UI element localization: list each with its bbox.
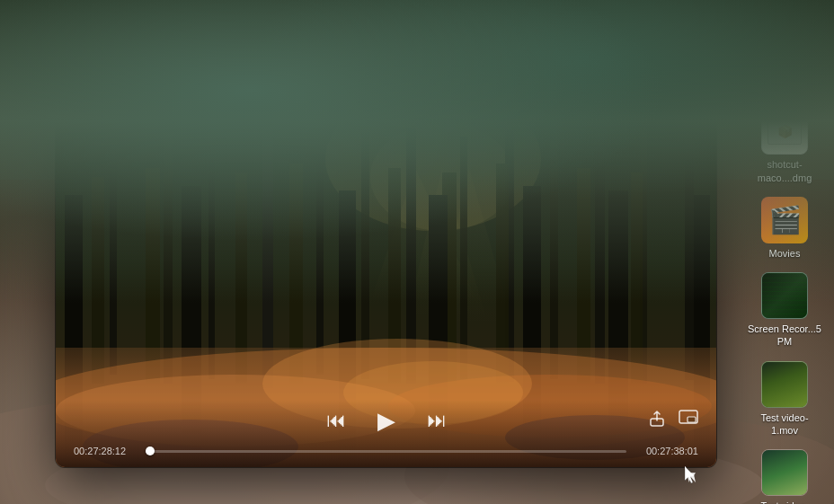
video-area[interactable]: ⏮ ▶ ⏭ [56, 123, 716, 467]
movies-icon-inner: 🎬 [768, 204, 802, 235]
svg-rect-22 [685, 139, 694, 380]
total-time: 00:27:38:01 [635, 446, 698, 456]
rewind-button[interactable]: ⏮ [320, 404, 352, 437]
svg-marker-7 [370, 168, 478, 303]
progress-thumb [146, 447, 155, 455]
fullscreen-button[interactable] [679, 410, 698, 432]
right-controls [648, 410, 698, 432]
svg-rect-17 [460, 137, 467, 379]
progress-row: 00:27:28:12 00:27:38:01 [74, 446, 698, 456]
shotcut-label: shotcut- maco....dmg [748, 158, 821, 184]
window-title: 🎬 Test video-1.mov [332, 102, 439, 116]
test-video1-inner [762, 362, 807, 407]
svg-rect-49 [688, 417, 696, 422]
test-video1-label: Test video-1.mov [748, 411, 821, 438]
transport-controls: ⏮ ▶ ⏭ [74, 404, 698, 437]
screenshots-icon [761, 32, 808, 79]
current-time: 00:27:28:12 [74, 446, 137, 456]
progress-bar[interactable] [146, 450, 626, 453]
movies-icon: 🎬 [761, 197, 808, 243]
desktop-icon-screenshots[interactable]: Screen Shots [744, 29, 825, 99]
test-video2-thumb [761, 449, 808, 496]
desktop-sidebar: ▼ Screen Shots 📦 shotcut- maco....dmg 🎬 … [735, 0, 834, 504]
maximize-button[interactable] [104, 103, 116, 115]
minimize-button[interactable] [85, 103, 97, 115]
traffic-lights [67, 103, 116, 115]
svg-marker-8 [406, 168, 487, 321]
desktop-icon-movies[interactable]: 🎬 Movies [744, 193, 825, 263]
svg-rect-19 [550, 141, 558, 379]
movies-label: Movies [769, 247, 801, 260]
svg-rect-3 [0, 0, 834, 180]
desktop: 🎬 Test video-1.mov [0, 0, 834, 504]
play-button[interactable]: ▶ [370, 404, 403, 437]
svg-rect-10 [110, 141, 117, 375]
svg-rect-11 [164, 132, 173, 384]
controls-overlay: ⏮ ▶ ⏭ [56, 400, 716, 467]
quicktime-window: 🎬 Test video-1.mov [56, 94, 716, 467]
share-button[interactable] [648, 410, 666, 432]
file-icon: 🎬 [332, 102, 346, 116]
shotcut-icon: 📦 [761, 108, 808, 155]
svg-rect-20 [595, 134, 605, 384]
screenshots-icon-inner [768, 43, 801, 68]
svg-point-6 [370, 123, 514, 231]
svg-rect-12 [208, 137, 215, 379]
desktop-icon-shotcut[interactable]: 📦 shotcut- maco....dmg [744, 104, 825, 188]
title-text: Test video-1.mov [351, 102, 439, 116]
screen-recording-inner [762, 273, 807, 318]
svg-rect-14 [316, 141, 324, 375]
screen-recording-thumb [761, 272, 808, 319]
screen-recording-label: Screen Recor...5 PM [748, 323, 821, 349]
desktop-icon-test-video1[interactable]: Test video-1.mov [744, 358, 825, 441]
scroll-down-arrow[interactable]: ▼ [773, 7, 796, 20]
svg-point-5 [325, 123, 541, 231]
test-video2-inner [762, 450, 807, 495]
test-video1-thumb [761, 361, 808, 408]
shotcut-icon-inner: 📦 [767, 118, 802, 145]
screenshots-label: Screen Shots [755, 83, 814, 95]
desktop-icon-screen-recording[interactable]: Screen Recor...5 PM [744, 269, 825, 352]
desktop-icon-test-video2[interactable]: Test video-2.mp4 [744, 446, 825, 504]
close-button[interactable] [67, 103, 78, 115]
titlebar: 🎬 Test video-1.mov [56, 94, 716, 123]
fastforward-button[interactable]: ⏭ [421, 404, 453, 437]
test-video2-label: Test video-2.mp4 [748, 500, 821, 504]
